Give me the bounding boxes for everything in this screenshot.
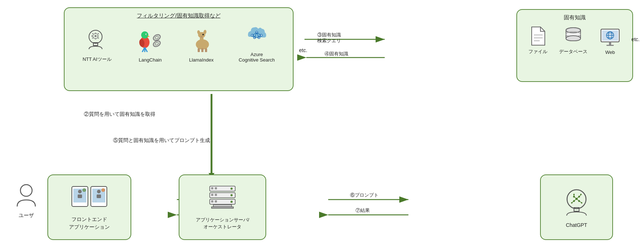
svg-rect-102 xyxy=(215,200,217,202)
svg-point-36 xyxy=(141,31,148,39)
tool-database: データベース xyxy=(559,26,587,55)
svg-point-86 xyxy=(82,188,86,192)
svg-rect-29 xyxy=(97,35,98,37)
svg-text:③固有知識: ③固有知識 xyxy=(317,32,341,38)
database-label: データベース xyxy=(559,48,587,55)
tool-azure-search: AzureCognitive Search xyxy=(239,23,275,63)
orch-tools: NTT AIツール xyxy=(72,23,286,63)
svg-point-69 xyxy=(566,28,581,33)
file-icon xyxy=(529,26,547,46)
svg-rect-27 xyxy=(95,38,96,39)
svg-point-38 xyxy=(146,34,147,35)
svg-rect-94 xyxy=(215,187,217,189)
svg-point-122 xyxy=(580,194,582,195)
svg-text:⑦結果: ⑦結果 xyxy=(356,208,370,213)
user-icon xyxy=(15,184,37,209)
knowledge-tools: ファイル データベース xyxy=(524,26,625,55)
svg-point-95 xyxy=(230,188,233,190)
tool-llamaindex: LlamaIndex xyxy=(189,28,213,63)
appserver-label: アプリケーションサーバ/オーケストレータ xyxy=(196,216,249,231)
chatgpt-label: ChatGPT xyxy=(566,222,587,228)
svg-line-116 xyxy=(577,199,579,201)
frontend-label: フロントエンドアプリケーション xyxy=(69,216,110,231)
svg-rect-80 xyxy=(606,45,614,46)
diagram: ③固有知識 検索クエリ ④固有知識 ②質問を用いて固有知識を取得 ⑤質問と固有知… xyxy=(0,0,644,248)
orch-etc: etc. xyxy=(299,47,307,53)
svg-line-115 xyxy=(574,199,577,201)
svg-rect-85 xyxy=(78,194,82,198)
svg-rect-51 xyxy=(201,48,203,52)
web-label: Web xyxy=(605,50,615,55)
svg-point-49 xyxy=(201,36,203,38)
svg-point-48 xyxy=(202,34,204,35)
svg-point-89 xyxy=(97,190,101,193)
svg-point-103 xyxy=(230,201,233,203)
svg-rect-79 xyxy=(609,42,611,45)
svg-point-41 xyxy=(152,40,161,48)
svg-rect-52 xyxy=(205,48,207,52)
svg-point-84 xyxy=(78,190,82,193)
svg-point-25 xyxy=(94,35,97,37)
svg-rect-26 xyxy=(95,33,96,34)
svg-point-91 xyxy=(101,188,105,192)
svg-rect-98 xyxy=(215,194,217,196)
svg-rect-90 xyxy=(97,194,101,198)
llamaindex-icon xyxy=(190,28,213,55)
svg-rect-104 xyxy=(213,205,232,207)
ntt-ai-label: NTT AIツール xyxy=(82,56,111,63)
svg-rect-30 xyxy=(92,33,93,34)
langchain-icon xyxy=(137,28,164,55)
tool-file: ファイル xyxy=(528,26,547,55)
svg-point-99 xyxy=(230,194,233,196)
user-label: ユーザ xyxy=(19,212,34,219)
chatgpt-icon xyxy=(560,186,593,219)
file-label: ファイル xyxy=(528,48,547,55)
svg-point-81 xyxy=(20,185,32,196)
orch-box-title: フィルタリング/固有知識取得など xyxy=(72,12,286,19)
database-icon xyxy=(563,26,583,46)
svg-rect-101 xyxy=(211,200,213,202)
user-section: ユーザ xyxy=(15,184,37,219)
knowledge-box: 固有知識 ファイル xyxy=(516,9,633,82)
chatgpt-box: ChatGPT xyxy=(540,174,613,240)
svg-text:④固有知識: ④固有知識 xyxy=(325,51,348,56)
frontend-icon xyxy=(71,184,108,213)
orchestration-box: フィルタリング/固有知識取得など xyxy=(64,7,294,91)
svg-rect-93 xyxy=(211,187,213,189)
svg-text:⑥プロンプト: ⑥プロンプト xyxy=(350,192,379,198)
azure-search-label: AzureCognitive Search xyxy=(239,52,275,63)
azure-search-icon xyxy=(245,23,269,50)
svg-rect-31 xyxy=(97,33,99,34)
svg-point-124 xyxy=(581,202,582,204)
svg-rect-50 xyxy=(198,48,200,52)
knowledge-etc: etc. xyxy=(631,36,640,42)
svg-rect-28 xyxy=(92,35,93,37)
svg-text:②質問を用いて固有知識を取得: ②質問を用いて固有知識を取得 xyxy=(84,111,155,117)
appserver-icon xyxy=(206,184,239,213)
tool-ntt-ai: NTT AIツール xyxy=(82,27,111,63)
svg-point-123 xyxy=(571,202,573,204)
langchain-label: LangChain xyxy=(139,57,162,63)
svg-point-121 xyxy=(573,194,575,195)
svg-rect-105 xyxy=(212,207,233,208)
svg-point-39 xyxy=(152,34,161,42)
svg-line-114 xyxy=(577,197,579,199)
web-icon xyxy=(599,27,621,47)
ntt-ai-icon xyxy=(85,27,109,54)
appserver-box: アプリケーションサーバ/オーケストレータ xyxy=(179,174,266,240)
knowledge-box-title: 固有知識 xyxy=(524,14,625,21)
svg-point-40 xyxy=(155,36,159,39)
tool-langchain: LangChain xyxy=(137,28,164,63)
svg-text:⑤質問と固有知識を用いてプロンプト生成: ⑤質問と固有知識を用いてプロンプト生成 xyxy=(113,137,210,143)
svg-line-113 xyxy=(574,197,577,199)
svg-rect-97 xyxy=(211,194,213,196)
svg-text:検索クエリ: 検索クエリ xyxy=(317,38,341,43)
svg-point-42 xyxy=(155,42,159,46)
tool-web: Web xyxy=(599,27,621,55)
frontend-box: フロントエンドアプリケーション xyxy=(47,174,131,240)
llamaindex-label: LlamaIndex xyxy=(189,57,213,63)
